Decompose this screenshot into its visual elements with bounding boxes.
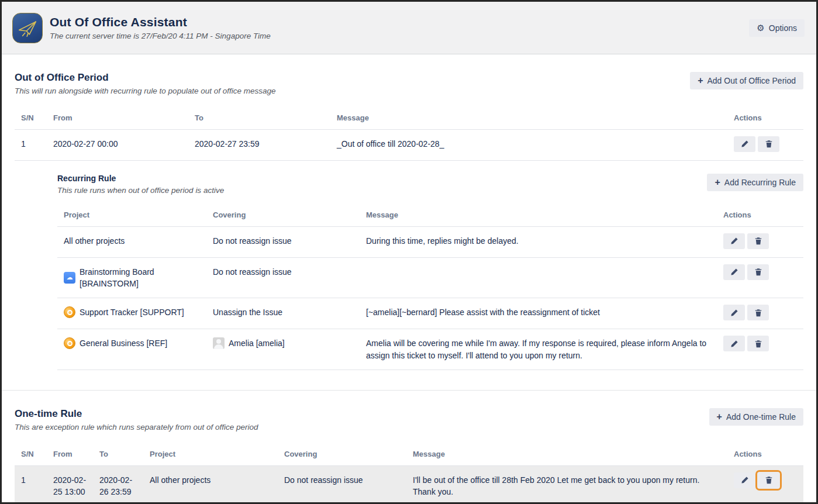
col-from: From	[47, 444, 93, 465]
section-divider	[2, 390, 816, 391]
message-value: I'll be out of the office till 28th Feb …	[406, 466, 727, 504]
onetime-section-heading: One-time Rule This are exception rule wh…	[15, 408, 258, 431]
trash-icon	[754, 268, 762, 276]
row-actions	[717, 298, 803, 329]
add-out-of-office-period-button[interactable]: + Add Out of Office Period	[690, 72, 803, 89]
app-header: Out Of Office Assistant The current serv…	[2, 2, 816, 54]
to-value: 2020-02-27 23:59	[188, 130, 330, 158]
covering-value: Do not reassign issue	[278, 466, 406, 494]
recurring-rule-section: Recurring Rule This rule runs when out o…	[57, 174, 803, 370]
row-actions	[717, 227, 803, 257]
pencil-icon	[730, 340, 738, 348]
message-value: [~amelia][~bernard] Please assist with t…	[360, 298, 717, 326]
from-value: 2020-02-25 13:00	[47, 466, 93, 504]
edit-button[interactable]	[723, 305, 745, 320]
col-project: Project	[143, 444, 278, 465]
options-button-label: Options	[769, 23, 797, 33]
sn-value: 1	[15, 466, 47, 494]
row-actions	[717, 258, 803, 288]
table-row: Support Tracker [SUPPORT] Unassign the I…	[57, 298, 803, 329]
table-row: ☁ Brainstorming Board [BRAINSTORM] Do no…	[57, 258, 803, 299]
add-oop-label: Add Out of Office Period	[707, 76, 796, 85]
brainstorm-project-icon: ☁	[64, 272, 75, 284]
oop-table: S/N From To Message Actions 1 2020-02-27…	[15, 108, 803, 161]
col-covering: Covering	[278, 444, 406, 465]
delete-button[interactable]	[747, 305, 769, 320]
project-value: All other projects	[57, 227, 206, 255]
paper-plane-icon	[16, 16, 39, 40]
user-avatar	[213, 337, 225, 349]
trash-icon	[765, 140, 773, 148]
col-message: Message	[406, 444, 727, 465]
edit-button[interactable]	[734, 136, 755, 152]
trash-icon	[765, 476, 773, 484]
app-window: Out Of Office Assistant The current serv…	[0, 0, 818, 504]
plus-icon: +	[698, 76, 703, 85]
col-to: To	[188, 108, 330, 129]
from-value: 2020-02-27 00:00	[47, 130, 188, 158]
col-actions: Actions	[717, 205, 803, 226]
delete-button[interactable]	[747, 264, 769, 280]
one-time-rule-section: One-time Rule This are exception rule wh…	[15, 408, 803, 504]
onetime-section-subtitle: This are exception rule which runs separ…	[15, 423, 258, 431]
delete-button[interactable]	[758, 136, 779, 152]
col-covering: Covering	[206, 205, 360, 226]
table-row-highlighted: 1 2020-02-25 13:00 2020-02-26 23:59 All …	[15, 466, 803, 504]
support-project-icon	[64, 306, 75, 318]
add-recurring-label: Add Recurring Rule	[724, 178, 796, 187]
project-cell: Support Tracker [SUPPORT]	[57, 298, 206, 326]
recurring-table: Project Covering Message Actions All oth…	[57, 205, 803, 370]
add-recurring-rule-button[interactable]: + Add Recurring Rule	[707, 174, 803, 191]
col-sn: S/N	[15, 444, 47, 465]
row-actions	[727, 130, 803, 160]
delete-button[interactable]	[747, 336, 769, 351]
edit-button[interactable]	[723, 264, 745, 280]
general-business-project-icon	[64, 337, 75, 349]
recurring-section-heading: Recurring Rule This rule runs when out o…	[57, 174, 224, 195]
col-from: From	[47, 108, 188, 129]
col-sn: S/N	[15, 108, 47, 129]
out-of-office-period-section: Out of Office Period This will run along…	[15, 72, 803, 370]
col-to: To	[93, 444, 143, 465]
project-value: Support Tracker [SUPPORT]	[80, 306, 184, 318]
project-cell: ☁ Brainstorming Board [BRAINSTORM]	[57, 258, 206, 298]
recurring-section-title: Recurring Rule	[57, 174, 224, 183]
message-value	[360, 258, 717, 274]
edit-button[interactable]	[723, 336, 745, 351]
row-actions	[727, 466, 803, 496]
trash-icon	[754, 309, 762, 317]
message-value: During this time, replies might be delay…	[360, 227, 717, 255]
server-time-text: The current server time is 27/Feb/20 4:1…	[50, 32, 749, 40]
oop-table-header: S/N From To Message Actions	[15, 108, 803, 130]
col-project: Project	[57, 205, 206, 226]
main-content: Out of Office Period This will run along…	[2, 54, 816, 504]
pencil-icon	[730, 268, 738, 276]
onetime-table: S/N From To Project Covering Message Act…	[15, 444, 803, 504]
header-titles: Out Of Office Assistant The current serv…	[50, 15, 749, 40]
sn-value: 1	[15, 130, 47, 158]
col-actions: Actions	[727, 108, 803, 129]
pencil-icon	[730, 237, 738, 245]
onetime-table-header: S/N From To Project Covering Message Act…	[15, 444, 803, 466]
row-actions	[717, 329, 803, 360]
table-row: General Business [REF] Amelia [amelia] A…	[57, 329, 803, 370]
edit-button[interactable]	[723, 233, 745, 249]
add-onetime-label: Add One-time Rule	[726, 412, 796, 422]
plus-icon: +	[715, 178, 720, 187]
page-title: Out Of Office Assistant	[50, 15, 749, 29]
options-button[interactable]: ⚙ Options	[749, 19, 805, 37]
covering-value: Do not reassign issue	[206, 227, 360, 255]
covering-cell: Amelia [amelia]	[206, 329, 360, 357]
project-value: General Business [REF]	[80, 337, 167, 349]
delete-button[interactable]	[747, 233, 769, 249]
delete-button-highlighted[interactable]	[758, 472, 779, 488]
project-cell: General Business [REF]	[57, 329, 206, 357]
covering-value: Do not reassign issue	[206, 258, 360, 286]
oop-section-heading: Out of Office Period This will run along…	[15, 72, 275, 95]
add-one-time-rule-button[interactable]: + Add One-time Rule	[709, 408, 803, 426]
project-value: All other projects	[143, 466, 278, 494]
to-value: 2020-02-26 23:59	[93, 466, 143, 504]
edit-button[interactable]	[734, 472, 755, 488]
covering-value: Unassign the Issue	[206, 298, 360, 326]
pencil-icon	[741, 476, 749, 484]
